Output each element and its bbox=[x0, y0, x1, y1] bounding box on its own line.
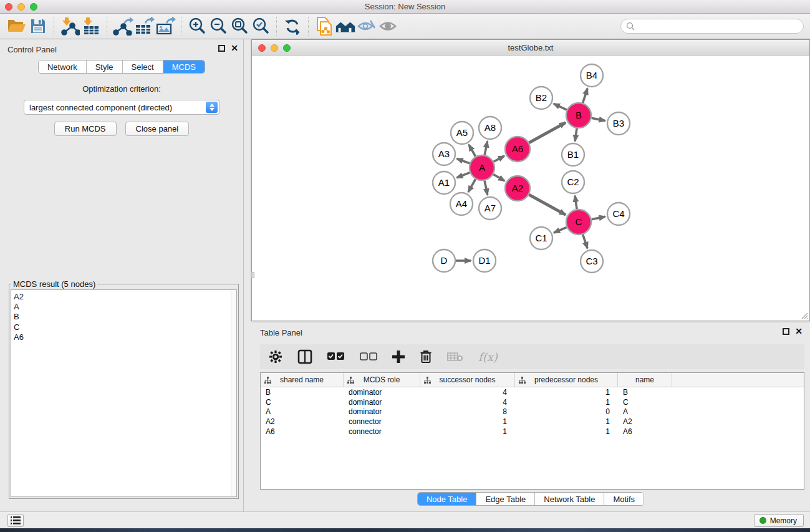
node-label-C: C bbox=[576, 216, 582, 227]
memory-button[interactable]: Memory bbox=[754, 514, 804, 527]
control-panel-title: Control Panel bbox=[7, 45, 57, 54]
edge-C-C3[interactable] bbox=[583, 235, 587, 248]
result-item[interactable]: B bbox=[14, 312, 236, 322]
tab-network[interactable]: Network bbox=[39, 60, 87, 73]
table-row[interactable]: A2connector11A2 bbox=[261, 417, 804, 427]
close-panel-icon[interactable]: ✕ bbox=[231, 45, 238, 52]
table-settings-icon[interactable] bbox=[269, 349, 282, 365]
table-row[interactable]: Bdominator41B bbox=[261, 387, 804, 397]
network-window-title: testGlobe.txt bbox=[252, 43, 809, 52]
edge-C-C1[interactable] bbox=[554, 227, 567, 233]
table-row[interactable]: Adominator80A bbox=[261, 407, 804, 417]
edge-A6-B[interactable] bbox=[529, 123, 566, 143]
column-header-predecessor-nodes[interactable]: predecessor nodes bbox=[515, 373, 618, 387]
edge-B-B4[interactable] bbox=[583, 89, 588, 103]
deselect-all-icon[interactable] bbox=[360, 349, 377, 365]
splitter-grip[interactable] bbox=[251, 272, 254, 278]
node-label-B4: B4 bbox=[586, 70, 597, 80]
result-item[interactable]: A bbox=[14, 302, 236, 312]
cell-successor-nodes: 4 bbox=[420, 388, 515, 397]
search-input[interactable] bbox=[635, 22, 803, 31]
export-table-icon[interactable] bbox=[133, 16, 155, 37]
edge-A-A5[interactable] bbox=[469, 145, 476, 157]
network-canvas[interactable]: B4B2BB3A8A5A6A3B1AC2A1A2A4A7C4CC1DD1C3 bbox=[252, 56, 809, 321]
node-label-B3: B3 bbox=[613, 118, 624, 128]
add-icon[interactable] bbox=[392, 349, 405, 365]
delete-icon[interactable] bbox=[420, 349, 432, 365]
node-label-A4: A4 bbox=[456, 198, 467, 209]
panel-list-button[interactable] bbox=[7, 514, 24, 527]
close-table-panel-icon[interactable]: ✕ bbox=[795, 328, 803, 335]
show-column-panel-icon[interactable] bbox=[297, 349, 312, 365]
node-label-C2: C2 bbox=[567, 177, 579, 187]
zoom-selected-icon[interactable] bbox=[250, 16, 271, 37]
cell-name: C bbox=[618, 398, 672, 407]
column-label: successor nodes bbox=[439, 375, 495, 384]
edge-A-A2[interactable] bbox=[493, 175, 504, 181]
zoom-in-icon[interactable] bbox=[186, 16, 208, 37]
show-all-icon[interactable] bbox=[377, 16, 398, 37]
import-network-icon[interactable] bbox=[59, 16, 80, 37]
edge-A-A7[interactable] bbox=[485, 181, 488, 195]
mcds-result-list[interactable]: A2ABCA6 bbox=[11, 289, 237, 497]
zoom-fit-icon[interactable] bbox=[229, 16, 250, 37]
control-panel: Control Panel ✕ NetworkStyleSelectMCDS O… bbox=[0, 39, 244, 511]
result-scrollbar[interactable] bbox=[231, 290, 236, 496]
column-type-icon bbox=[519, 377, 526, 384]
edge-B-B2[interactable] bbox=[554, 104, 567, 110]
edge-B-B1[interactable] bbox=[575, 128, 577, 141]
table-row[interactable]: A6connector11A6 bbox=[261, 427, 804, 437]
tab-select[interactable]: Select bbox=[123, 60, 163, 73]
node-label-A7: A7 bbox=[485, 203, 496, 213]
column-header-MCDS-role[interactable]: MCDS role bbox=[344, 373, 420, 387]
node-label-B: B bbox=[576, 110, 582, 120]
zoom-out-icon[interactable] bbox=[208, 16, 229, 37]
hide-selected-icon[interactable] bbox=[356, 16, 377, 37]
node-table[interactable]: shared nameMCDS rolesuccessor nodesprede… bbox=[260, 372, 804, 490]
float-panel-icon[interactable] bbox=[218, 45, 225, 52]
select-all-icon[interactable] bbox=[327, 349, 345, 365]
edge-A-A3[interactable] bbox=[457, 158, 470, 163]
import-table-icon[interactable] bbox=[80, 16, 102, 37]
edge-A-A4[interactable] bbox=[468, 179, 476, 192]
dropdown-stepper-icon bbox=[206, 102, 218, 113]
tab-network-table[interactable]: Network Table bbox=[535, 493, 604, 505]
result-item[interactable]: A2 bbox=[14, 292, 236, 302]
cell-name: A6 bbox=[618, 427, 672, 436]
cell-MCDS-role: dominator bbox=[344, 407, 420, 416]
tab-node-table[interactable]: Node Table bbox=[418, 493, 477, 505]
close-panel-button[interactable]: Close panel bbox=[125, 122, 190, 136]
edge-C-C2[interactable] bbox=[575, 196, 577, 209]
edge-A2-C[interactable] bbox=[529, 195, 566, 215]
desktop-background bbox=[0, 528, 810, 532]
export-image-icon[interactable] bbox=[155, 16, 176, 37]
open-session-icon[interactable] bbox=[6, 16, 27, 37]
table-row[interactable]: Cdominator41C bbox=[261, 397, 804, 407]
result-item[interactable]: A6 bbox=[14, 332, 236, 342]
column-header-shared-name[interactable]: shared name bbox=[261, 373, 344, 387]
edge-C-C4[interactable] bbox=[592, 216, 605, 219]
criterion-dropdown[interactable]: largest connected component (directed) bbox=[24, 100, 219, 115]
edge-A-A8[interactable] bbox=[485, 142, 487, 155]
column-header-name[interactable]: name bbox=[618, 373, 672, 387]
tab-mcds[interactable]: MCDS bbox=[163, 60, 205, 73]
network-window-titlebar[interactable]: testGlobe.txt bbox=[252, 40, 809, 56]
edge-B-B3[interactable] bbox=[592, 118, 605, 120]
cell-predecessor-nodes: 1 bbox=[515, 398, 618, 407]
column-header-successor-nodes[interactable]: successor nodes bbox=[420, 373, 515, 387]
result-item[interactable]: C bbox=[14, 322, 236, 332]
tab-edge-table[interactable]: Edge Table bbox=[476, 493, 535, 505]
save-session-icon[interactable] bbox=[27, 16, 49, 37]
resize-grip-icon[interactable] bbox=[800, 311, 808, 319]
refresh-icon[interactable] bbox=[282, 16, 303, 37]
export-network-icon[interactable] bbox=[112, 16, 133, 37]
float-table-panel-icon[interactable] bbox=[783, 328, 789, 335]
tab-motifs[interactable]: Motifs bbox=[604, 493, 644, 505]
tab-style[interactable]: Style bbox=[87, 60, 123, 73]
run-mcds-button[interactable]: Run MCDS bbox=[54, 122, 117, 136]
clone-network-icon[interactable] bbox=[314, 16, 335, 37]
cell-successor-nodes: 4 bbox=[420, 398, 515, 407]
edge-A-A6[interactable] bbox=[494, 156, 504, 162]
edge-A-A1[interactable] bbox=[456, 173, 470, 178]
first-neighbors-icon[interactable] bbox=[335, 16, 356, 37]
